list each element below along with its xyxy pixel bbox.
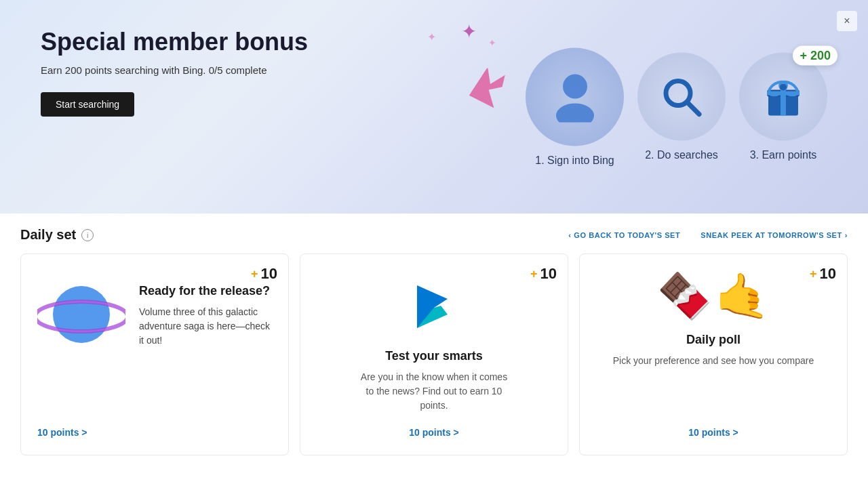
daily-set-header: Daily set i ‹ GO BACK TO TODAY'S SET SNE… — [20, 227, 848, 243]
points-badge: + 200 — [793, 46, 837, 66]
hero-content: Special member bonus Earn 200 points sea… — [41, 27, 380, 117]
card-1-footer: 10 points > — [37, 413, 272, 439]
bing-logo — [403, 270, 465, 341]
svg-marker-0 — [468, 68, 509, 108]
card-1-link[interactable]: 10 points > — [37, 427, 87, 438]
card-3-link[interactable]: 10 points > — [688, 427, 738, 438]
forward-link[interactable]: SNEAK PEEK AT TOMORROW'S SET › — [701, 231, 848, 239]
sparkle-icon-1: ✦ — [427, 30, 436, 43]
hero-title: Special member bonus — [41, 27, 380, 56]
sparkle-icon-3: ✦ — [488, 37, 496, 48]
card-3-body: 🍫 🤙 Daily poll Pick your preference and … — [596, 270, 831, 439]
card-poll-desc: Pick your preference and see how you com… — [613, 354, 814, 368]
chocolate-icon: 🍫 — [657, 270, 712, 322]
card-1-inner: Ready for the release? Volume three of t… — [37, 270, 272, 413]
card-quiz-title: Ready for the release? — [139, 284, 272, 298]
step-1-circle — [526, 47, 624, 146]
hero-subtitle: Earn 200 points searching with Bing. 0/5… — [41, 64, 380, 76]
close-icon: × — [844, 15, 850, 27]
step-3: + 200 3. Earn points — [739, 53, 827, 161]
poll-icons: 🍫 🤙 — [657, 270, 770, 322]
card-2-body: Test your smarts Are you in the know whe… — [317, 270, 551, 439]
daily-set-title-row: Daily set i — [20, 227, 94, 243]
hand-icon: 🤙 — [715, 270, 770, 322]
chevron-right-icon: › — [845, 231, 848, 239]
start-searching-button[interactable]: Start searching — [41, 92, 134, 117]
search-icon — [660, 75, 704, 119]
main-content: Daily set i ‹ GO BACK TO TODAY'S SET SNE… — [0, 214, 868, 488]
svg-point-2 — [556, 103, 594, 122]
planet-icon — [37, 270, 125, 359]
card-2-link[interactable]: 10 points > — [409, 427, 459, 438]
step-1-label: 1. Sign into Bing — [535, 154, 614, 166]
card-1-body: Ready for the release? Volume three of t… — [37, 270, 272, 439]
smarts-card[interactable]: + 10 Test your smarts Are you in the kno… — [300, 253, 568, 455]
quiz-card[interactable]: + 10 — [20, 253, 289, 455]
svg-point-1 — [563, 74, 587, 98]
step-2-label: 2. Do searches — [645, 149, 718, 161]
svg-point-11 — [780, 83, 787, 90]
card-3-points: + 10 — [810, 265, 836, 283]
hero-steps: 1. Sign into Bing 2. Do searches — [526, 47, 827, 166]
back-link[interactable]: ‹ GO BACK TO TODAY'S SET — [568, 231, 680, 239]
gift-icon — [763, 75, 804, 119]
step-3-label: 3. Earn points — [750, 149, 817, 161]
step-1: 1. Sign into Bing — [526, 47, 624, 166]
card-2-footer: 10 points > — [409, 413, 459, 439]
card-poll-title: Daily poll — [686, 333, 741, 347]
chevron-left-icon: ‹ — [568, 231, 571, 239]
arrow-icon — [468, 68, 509, 111]
card-3-footer: 10 points > — [688, 413, 738, 439]
card-smarts-desc: Are you in the know when it comes to the… — [359, 370, 509, 413]
sparkle-icon-2: ✦ — [461, 20, 477, 43]
step-2: 2. Do searches — [637, 53, 726, 161]
card-2-points: + 10 — [530, 265, 557, 283]
svg-point-12 — [53, 286, 110, 343]
card-smarts-title: Test your smarts — [385, 349, 483, 363]
step-3-circle: + 200 — [739, 53, 827, 141]
daily-set-title: Daily set — [20, 227, 76, 243]
card-quiz-desc: Volume three of this galactic adventure … — [139, 305, 272, 348]
hero-banner: ✦ ✦ ✦ × Special member bonus Earn 200 po… — [0, 0, 868, 214]
person-icon — [551, 71, 599, 122]
svg-line-4 — [687, 102, 699, 114]
cards-container: + 10 — [20, 253, 848, 455]
close-button[interactable]: × — [837, 11, 857, 31]
info-icon[interactable]: i — [81, 229, 94, 241]
poll-card[interactable]: + 10 🍫 🤙 Daily poll Pick your preference… — [579, 253, 848, 455]
step-2-circle — [637, 53, 726, 141]
nav-links: ‹ GO BACK TO TODAY'S SET SNEAK PEEK AT T… — [568, 231, 848, 239]
card-1-points: + 10 — [251, 265, 277, 283]
